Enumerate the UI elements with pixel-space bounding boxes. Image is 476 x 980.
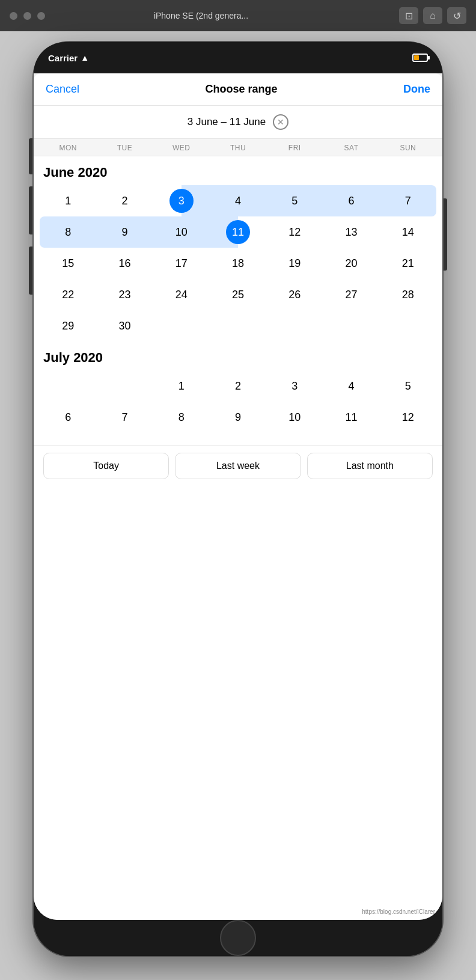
june-day-24[interactable]: 24 [153,279,210,310]
weekday-wed: WED [153,144,210,152]
home-button[interactable] [220,920,256,956]
watermark: https://blog.csdn.net/iClarer [362,908,435,915]
date-range-text: 3 June – 11 June [188,116,266,128]
july-day-5[interactable]: 5 [380,370,436,402]
cancel-button[interactable]: Cancel [46,83,79,96]
july-day-8[interactable]: 8 [153,402,210,433]
side-button-power[interactable] [444,198,447,271]
battery-icon [412,54,428,62]
date-range-row: 3 June – 11 June ✕ [34,106,442,139]
june-day-30[interactable]: 30 [96,310,153,341]
side-button-mute[interactable] [29,138,32,174]
wifi-icon: ▲ [81,53,89,63]
june-day-21[interactable]: 21 [380,248,436,279]
modal-header: Cancel Choose range Done [34,73,442,106]
june-day-11[interactable]: 11 [210,216,266,248]
june-day-16[interactable]: 16 [96,248,153,279]
weekday-tue: TUE [96,144,153,152]
device-name-label: iPhone SE (2nd genera... [57,11,345,20]
today-button[interactable]: Today [43,453,169,479]
june-day-28[interactable]: 28 [380,279,436,310]
june-day-6[interactable]: 6 [323,185,379,216]
june-day-1[interactable]: 1 [40,185,96,216]
july-day-11[interactable]: 11 [323,402,379,433]
july-day-2[interactable]: 2 [210,370,266,402]
july-day-6[interactable]: 6 [40,402,96,433]
june-day-14[interactable]: 14 [380,216,436,248]
june-title: June 2020 [40,156,436,185]
june-day-17[interactable]: 17 [153,248,210,279]
july-calendar: July 2020 1 2 3 4 5 6 7 8 9 10 11 [34,341,442,433]
weekday-sun: SUN [380,144,436,152]
july-day-1[interactable]: 1 [153,370,210,402]
june-day-29[interactable]: 29 [40,310,96,341]
july-empty-2 [96,370,153,402]
traffic-light-1[interactable] [10,12,17,20]
last-week-button[interactable]: Last week [175,453,301,479]
modal-title: Choose range [206,83,278,96]
weekday-thu: THU [210,144,266,152]
status-bar: Carrier ▲ 5:09 PM [34,42,442,73]
june-empty-1 [153,310,210,341]
last-month-button[interactable]: Last month [307,453,433,479]
july-empty-1 [40,370,96,402]
july-day-7[interactable]: 7 [96,402,153,433]
clear-button[interactable]: ✕ [273,114,288,130]
june-day-22[interactable]: 22 [40,279,96,310]
june-empty-4 [323,310,379,341]
july-day-12[interactable]: 12 [380,402,436,433]
july-day-9[interactable]: 9 [210,402,266,433]
weekday-sat: SAT [323,144,379,152]
june-empty-3 [266,310,323,341]
shortcuts-bar: Today Last week Last month [34,445,442,486]
date-range-modal: Cancel Choose range Done 3 June – 11 Jun… [34,73,442,920]
weekday-header: MON TUE WED THU FRI SAT SUN [34,139,442,156]
june-day-15[interactable]: 15 [40,248,96,279]
june-day-4[interactable]: 4 [210,185,266,216]
june-day-27[interactable]: 27 [323,279,379,310]
done-button[interactable]: Done [403,83,430,96]
title-icon-group: ⊡ ⌂ ↺ [399,7,466,24]
june-day-20[interactable]: 20 [323,248,379,279]
june-day-10[interactable]: 10 [153,216,210,248]
home-icon[interactable]: ⌂ [423,7,442,24]
june-calendar: June 2020 1 2 3 4 5 6 7 8 9 10 11 12 [34,156,442,341]
june-day-8[interactable]: 8 [40,216,96,248]
weekday-fri: FRI [266,144,323,152]
july-title: July 2020 [40,341,436,370]
side-button-vol-down[interactable] [29,247,32,295]
june-day-13[interactable]: 13 [323,216,379,248]
june-day-25[interactable]: 25 [210,279,266,310]
phone-screen: Cancel Choose range Done 3 June – 11 Jun… [34,73,442,920]
june-empty-2 [210,310,266,341]
side-button-vol-up[interactable] [29,186,32,234]
june-empty-5 [380,310,436,341]
weekday-mon: MON [40,144,96,152]
june-day-18[interactable]: 18 [210,248,266,279]
june-day-5[interactable]: 5 [266,185,323,216]
home-area [34,920,442,956]
carrier-label: Carrier ▲ [48,53,89,63]
july-grid: 1 2 3 4 5 6 7 8 9 10 11 12 [40,370,436,433]
june-day-23[interactable]: 23 [96,279,153,310]
july-day-10[interactable]: 10 [266,402,323,433]
june-day-2[interactable]: 2 [96,185,153,216]
june-day-12[interactable]: 12 [266,216,323,248]
battery-indicator [412,54,428,62]
traffic-light-2[interactable] [23,12,31,20]
june-day-9[interactable]: 9 [96,216,153,248]
june-day-19[interactable]: 19 [266,248,323,279]
june-grid: 1 2 3 4 5 6 7 8 9 10 11 12 13 14 15 [40,185,436,341]
title-bar: iPhone SE (2nd genera... ⊡ ⌂ ↺ [0,0,476,31]
june-day-3[interactable]: 3 [153,185,210,216]
rotate-icon[interactable]: ↺ [447,7,466,24]
july-day-3[interactable]: 3 [266,370,323,402]
july-day-4[interactable]: 4 [323,370,379,402]
june-day-7[interactable]: 7 [380,185,436,216]
phone-frame: Carrier ▲ 5:09 PM Cancel Choose range Do… [34,42,442,956]
traffic-light-3[interactable] [37,12,45,20]
june-day-26[interactable]: 26 [266,279,323,310]
camera-icon[interactable]: ⊡ [399,7,418,24]
